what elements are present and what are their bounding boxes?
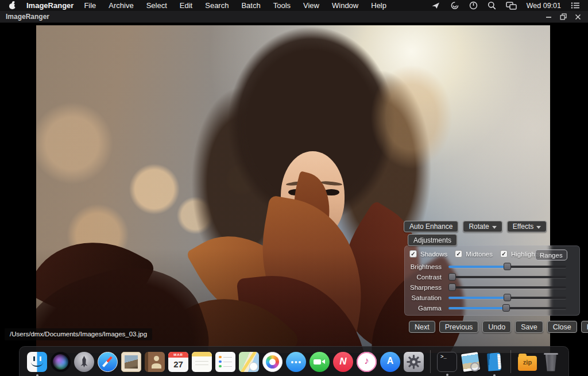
power-circle-icon[interactable] <box>469 1 478 10</box>
slider-track-gamma[interactable] <box>448 307 566 309</box>
sliders: BrightnessContrastSharpnessSaturationGam… <box>405 263 575 312</box>
dock-icon-mail[interactable] <box>121 352 141 372</box>
dock-icon-safari[interactable] <box>98 352 118 372</box>
effects-dropdown[interactable]: Effects <box>507 221 547 232</box>
chevron-down-icon <box>536 226 541 229</box>
restore-button[interactable] <box>560 13 567 20</box>
menubar-status-area: Wed 09:01 <box>431 1 588 10</box>
dock-icon-launchpad[interactable] <box>74 352 94 372</box>
app-store-glyph: A <box>380 356 400 366</box>
auto-enhance-button[interactable]: Auto Enhance <box>404 221 458 232</box>
previous-button[interactable]: Previous <box>439 321 479 333</box>
paper-plane-icon[interactable] <box>431 1 440 10</box>
slider-fill <box>448 266 508 268</box>
checkbox-icon: ✓ <box>500 250 508 258</box>
dock-divider <box>510 350 511 373</box>
calendar-day: 27 <box>168 358 188 371</box>
checkbox-shadows[interactable]: ✓Shadows <box>409 250 447 258</box>
dock-icon-photos[interactable] <box>262 352 283 372</box>
apple-menu-icon[interactable] <box>9 2 16 9</box>
slider-label: Gamma <box>405 305 448 312</box>
news-glyph: N <box>333 356 353 367</box>
dock-icon-contacts[interactable] <box>145 352 165 372</box>
file-path-label: /Users/dmx/Documents/Images/Images_03.jp… <box>5 328 152 340</box>
menubar-clock[interactable]: Wed 09:01 <box>527 2 561 10</box>
undo-button[interactable]: Undo <box>482 321 511 333</box>
menu-item-file[interactable]: File <box>84 1 96 10</box>
action-buttons: NextPreviousUndoSaveCloseHide <box>409 321 588 333</box>
window-titlebar[interactable]: ImageRanger <box>0 11 588 23</box>
running-indicator <box>493 374 496 376</box>
tab-adjustments[interactable]: Adjustments <box>408 234 457 246</box>
slider-row-sharpness: Sharpness <box>405 283 575 291</box>
hide-button[interactable]: Hide <box>581 321 588 333</box>
window-title: ImageRanger <box>0 13 49 21</box>
dock-icon-trash[interactable] <box>541 352 561 372</box>
chevron-down-icon <box>492 226 497 229</box>
dock-icon-notes[interactable] <box>192 352 212 372</box>
slider-label: Sharpness <box>405 284 448 291</box>
gear-icon <box>406 354 421 370</box>
checkbox-icon: ✓ <box>455 250 462 258</box>
slider-thumb[interactable] <box>504 263 511 270</box>
dock-icon-calendar[interactable]: MAR 27 <box>168 352 188 372</box>
menu-item-search[interactable]: Search <box>205 1 229 10</box>
dock-icon-image-viewer[interactable] <box>461 352 481 372</box>
slider-row-brightness: Brightness <box>405 263 575 271</box>
displays-icon[interactable] <box>506 1 517 10</box>
dock-icon-book[interactable] <box>484 352 504 372</box>
dock-icon-reminders[interactable] <box>215 352 235 372</box>
slider-thumb[interactable] <box>502 304 510 312</box>
slider-track-contrast[interactable] <box>448 276 566 278</box>
menu-item-tools[interactable]: Tools <box>273 1 291 10</box>
running-indicator <box>446 374 448 376</box>
effects-label: Effects <box>513 222 533 231</box>
dock-icon-zip-folder[interactable]: zip <box>517 352 537 372</box>
slider-row-contrast: Contrast <box>405 273 575 281</box>
ranges-button[interactable]: Ranges <box>535 250 567 260</box>
save-button[interactable]: Save <box>515 321 543 333</box>
dock-icon-news[interactable]: N <box>333 352 353 372</box>
menu-item-help[interactable]: Help <box>371 1 386 10</box>
next-button[interactable]: Next <box>409 321 435 333</box>
checkbox-midtones[interactable]: ✓Midtones <box>455 250 493 258</box>
menubar: ImageRanger FileArchiveSelectEditSearchB… <box>0 0 588 11</box>
dock-icon-terminal[interactable]: >_ <box>437 352 457 372</box>
menu-item-archive[interactable]: Archive <box>109 1 133 10</box>
slider-label: Contrast <box>405 274 448 281</box>
checkbox-highlights[interactable]: ✓Highlights <box>500 250 540 258</box>
window-controls <box>546 13 588 20</box>
rotate-dropdown[interactable]: Rotate <box>463 221 502 232</box>
dock-icon-siri[interactable] <box>51 352 71 372</box>
menu-item-view[interactable]: View <box>303 1 319 10</box>
dock-icon-itunes[interactable]: ♪ <box>357 352 377 372</box>
checkbox-group: ✓Shadows✓Midtones✓Highlights <box>409 250 540 258</box>
dock-icon-app-store[interactable]: A <box>380 352 400 372</box>
close-icon[interactable] <box>575 14 581 20</box>
slider-track-sharpness[interactable] <box>448 286 566 289</box>
dock-icon-messages[interactable] <box>286 352 306 372</box>
close-button[interactable]: Close <box>547 321 577 333</box>
menubar-app-name[interactable]: ImageRanger <box>26 1 74 10</box>
creative-cloud-icon[interactable] <box>450 1 459 10</box>
slider-track-saturation[interactable] <box>448 297 566 299</box>
slider-track-brightness[interactable] <box>448 266 566 268</box>
spotlight-search-icon[interactable] <box>488 1 496 10</box>
menu-item-batch[interactable]: Batch <box>241 1 260 10</box>
dock-icon-facetime[interactable] <box>310 352 330 372</box>
menu-item-edit[interactable]: Edit <box>180 1 192 10</box>
dock-icon-maps[interactable] <box>239 352 259 372</box>
menu-list-icon[interactable] <box>571 2 580 9</box>
slider-thumb[interactable] <box>448 273 456 281</box>
checkbox-icon: ✓ <box>409 250 417 258</box>
dock-icon-finder[interactable] <box>27 352 47 372</box>
menu-item-select[interactable]: Select <box>146 1 167 10</box>
slider-thumb[interactable] <box>504 294 511 301</box>
dock: MAR 27 N ♪ A <box>19 346 569 376</box>
terminal-prompt-glyph: >_ <box>440 354 447 360</box>
minimize-button[interactable] <box>546 14 552 20</box>
slider-thumb[interactable] <box>448 283 456 291</box>
dock-icon-system-preferences[interactable] <box>404 352 424 372</box>
menu-item-window[interactable]: Window <box>332 1 358 10</box>
apple-bite <box>14 4 18 7</box>
